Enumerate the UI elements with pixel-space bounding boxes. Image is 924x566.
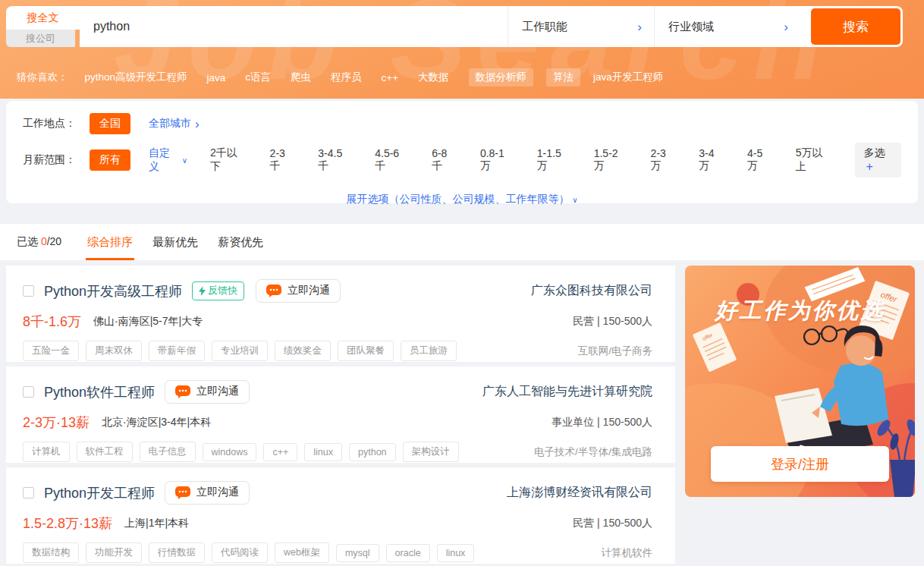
job-tag: 计算机	[23, 442, 70, 462]
job-function-label: 工作职能	[522, 20, 567, 34]
job-function-select[interactable]: 工作职能 ›	[508, 6, 654, 47]
job-card: Python软件工程师 立即沟通 广东人工智能与先进计算研究院 2-3万·13薪…	[6, 366, 675, 463]
salary-option[interactable]: 2-3千	[270, 147, 295, 173]
job-checkbox[interactable]	[23, 285, 34, 297]
suggest-keyword[interactable]: 程序员	[331, 71, 362, 84]
salary-custom-link[interactable]: 自定义 ∨	[149, 146, 187, 174]
job-tag: 架构设计	[403, 442, 459, 462]
company-industry: 计算机软件	[602, 546, 653, 560]
chevron-right-icon: ›	[195, 118, 200, 130]
job-tag: 软件工程	[77, 442, 133, 462]
all-cities-link[interactable]: 全部城市 ›	[149, 117, 200, 130]
salary-option[interactable]: 4-5万	[747, 147, 772, 173]
chat-icon	[175, 385, 190, 398]
sort-tab-comprehensive[interactable]: 综合排序	[87, 224, 133, 260]
chat-now-button[interactable]: 立即沟通	[165, 380, 250, 404]
company-industry: 互联网/电子商务	[578, 344, 652, 358]
chat-icon	[175, 486, 190, 499]
job-tag: 周末双休	[86, 341, 142, 361]
suggest-row: 猜你喜欢： python高级开发工程师 java c语言 爬虫 程序员 c++ …	[17, 68, 683, 86]
suggest-keyword[interactable]: 大数据	[418, 71, 449, 84]
chat-now-label: 立即沟通	[196, 385, 239, 398]
job-tag: linux	[437, 544, 475, 562]
salary-option[interactable]: 2-3万	[651, 147, 676, 173]
salary-option[interactable]: 1.5-2万	[594, 147, 627, 173]
salary-option[interactable]: 6-8千	[432, 147, 457, 173]
expand-options-link[interactable]: 展开选项（公司性质、公司规模、工作年限等） ∨	[346, 193, 577, 205]
job-tag: 带薪年假	[149, 341, 205, 361]
job-tag: web框架	[275, 542, 329, 563]
salary-all-button[interactable]: 所有	[90, 149, 130, 171]
filter-panel: 工作地点： 全国 全部城市 › 月薪范围： 所有 自定义 ∨ 2千以下 2-3千…	[6, 101, 918, 203]
suggest-keyword[interactable]: c++	[382, 72, 399, 83]
suggest-keyword[interactable]: 算法	[546, 68, 580, 86]
job-checkbox[interactable]	[23, 386, 34, 398]
job-tag: mysql	[336, 544, 379, 562]
job-checkbox[interactable]	[23, 487, 34, 498]
job-tag: 员工旅游	[401, 341, 457, 361]
suggest-keyword[interactable]: java	[207, 72, 226, 83]
promo-banner[interactable]: offer offer	[685, 266, 915, 497]
job-tag: 代码阅读	[212, 542, 268, 563]
salary-option[interactable]: 2千以下	[210, 146, 247, 174]
company-name[interactable]: 广东人工智能与先进计算研究院	[482, 384, 652, 400]
industry-label: 行业领域	[668, 20, 714, 34]
suggest-keyword[interactable]: python高级开发工程师	[85, 71, 187, 84]
job-list: Python开发高级工程师 反馈快 立即沟通 广东众图科技有限公司 8千-1.6…	[6, 266, 675, 566]
suggest-keyword[interactable]: java开发工程师	[593, 71, 663, 84]
fast-feedback-badge: 反馈快	[192, 281, 244, 300]
tab-search-company[interactable]: 搜公司	[6, 30, 75, 47]
sort-tab-salary[interactable]: 薪资优先	[218, 224, 263, 260]
selected-count-num: 0	[41, 235, 47, 247]
search-scope-tabs: 搜全文 搜公司	[6, 6, 80, 47]
multi-select-button[interactable]: 多选+	[855, 143, 901, 178]
search-main: 工作职能 › 行业领域 › 搜索	[80, 6, 903, 47]
chat-now-label: 立即沟通	[288, 284, 330, 297]
job-tag: oracle	[386, 544, 430, 562]
job-meta: 佛山·南海区|5-7年|大专	[93, 315, 203, 329]
job-meta: 上海|1年|本科	[124, 517, 189, 530]
location-all-button[interactable]: 全国	[90, 113, 130, 134]
job-title[interactable]: Python开发高级工程师	[44, 282, 182, 300]
sort-bar: 已选 0/20 综合排序 最新优先 薪资优先	[0, 224, 924, 260]
salary-option[interactable]: 5万以上	[796, 146, 832, 174]
company-name[interactable]: 广东众图科技有限公司	[531, 283, 652, 299]
content: Python开发高级工程师 反馈快 立即沟通 广东众图科技有限公司 8千-1.6…	[6, 266, 918, 566]
salary-option[interactable]: 3-4万	[699, 147, 724, 173]
search-button[interactable]: 搜索	[811, 8, 900, 45]
search-input[interactable]	[80, 20, 508, 33]
plus-icon: +	[866, 160, 872, 173]
job-tag: 功能开发	[86, 542, 142, 563]
job-salary: 8千-1.6万	[23, 313, 81, 331]
tab-search-fulltext[interactable]: 搜全文	[6, 6, 80, 30]
job-tag: 行情数据	[149, 542, 205, 563]
salary-custom-label: 自定义	[149, 146, 179, 174]
chevron-down-icon: ∨	[572, 196, 577, 204]
job-meta: 北京·海淀区|3-4年|本科	[102, 416, 211, 429]
salary-option[interactable]: 0.8-1万	[480, 147, 514, 173]
suggest-keyword[interactable]: c语言	[245, 71, 271, 84]
salary-option[interactable]: 4.5-6千	[375, 147, 408, 173]
expand-options-label: 展开选项（公司性质、公司规模、工作年限等）	[346, 193, 569, 205]
job-tag: 电子信息	[140, 442, 196, 462]
salary-option[interactable]: 3-4.5千	[318, 147, 351, 173]
company-name[interactable]: 上海澎博财经资讯有限公司	[507, 485, 652, 501]
job-salary: 1.5-2.8万·13薪	[23, 514, 112, 533]
suggest-keyword[interactable]: 爬虫	[291, 71, 311, 84]
header: Job Search 搜全文 搜公司 工作职能 › 行业领域 › 搜索 猜你喜欢…	[0, 0, 924, 99]
industry-select[interactable]: 行业领域 ›	[654, 6, 800, 47]
job-title[interactable]: Python开发工程师	[44, 484, 155, 502]
login-register-button[interactable]: 登录/注册	[711, 446, 889, 482]
chat-now-button[interactable]: 立即沟通	[256, 279, 341, 303]
promo-title: 好工作为你优选	[685, 296, 915, 326]
suggest-keyword[interactable]: 数据分析师	[469, 68, 534, 86]
lightning-icon	[199, 286, 206, 296]
job-tag: 绩效奖金	[275, 341, 331, 361]
job-card: Python开发工程师 立即沟通 上海澎博财经资讯有限公司 1.5-2.8万·1…	[6, 467, 675, 564]
job-title[interactable]: Python软件工程师	[44, 383, 155, 401]
chat-now-button[interactable]: 立即沟通	[165, 481, 250, 505]
salary-option[interactable]: 1-1.5万	[537, 147, 570, 173]
sort-tab-newest[interactable]: 最新优先	[152, 224, 198, 260]
chat-now-label: 立即沟通	[196, 486, 239, 499]
company-info: 事业单位 | 150-500人	[552, 416, 652, 429]
